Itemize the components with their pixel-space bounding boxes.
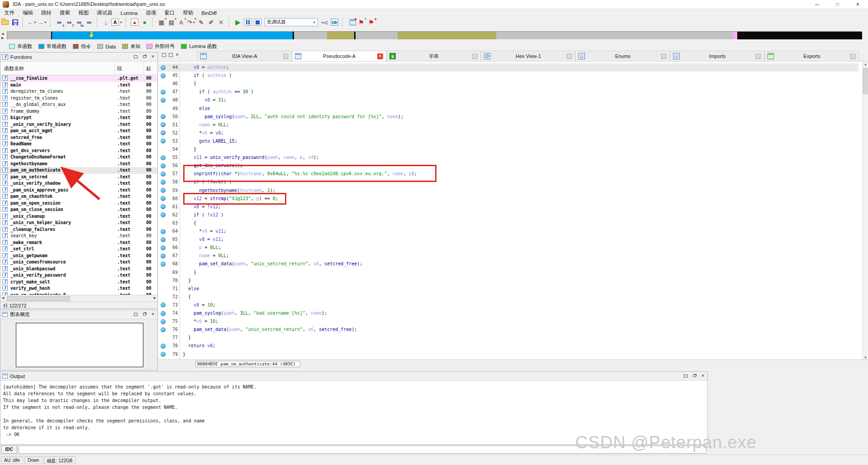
code-line-72[interactable]: 72{ (158, 293, 859, 301)
column-start[interactable]: 起 (146, 65, 151, 72)
maximize-button[interactable]: □ (827, 0, 848, 9)
dock-maximize-button[interactable] (162, 53, 166, 57)
code-line-44[interactable]: 44v8 = authtok; (158, 63, 859, 72)
panel-close-icon[interactable]: ✕ (150, 312, 156, 317)
code-line-51[interactable]: 51name = 0LL; (158, 121, 859, 129)
menu-跳转[interactable]: 跳转 (37, 10, 56, 16)
function-row[interactable]: fget_dns_servers.text00 (0, 148, 157, 154)
create-function-icon[interactable]: ▦+ (157, 18, 166, 27)
minimize-button[interactable]: — (807, 0, 827, 9)
tab-close-icon[interactable]: ✕ (661, 53, 667, 59)
continue-process-icon[interactable]: c▶ (330, 18, 339, 27)
breakpoint-icon[interactable] (161, 172, 166, 177)
tab-enums[interactable]: Enums✕ (575, 51, 670, 61)
function-row[interactable]: fderegister_tm_clones.text00 (0, 88, 157, 95)
patch-icon[interactable]: ✎ (197, 18, 206, 27)
breakpoint-icon[interactable] (161, 254, 166, 259)
code-line-68[interactable]: 68pam_set_data(pamh, "unix_setcred_retur… (158, 260, 859, 268)
breakpoint-icon[interactable] (161, 188, 166, 193)
code-line-79[interactable]: 79} (158, 350, 859, 359)
create-xref-icon[interactable]: ↷+▼ (187, 18, 196, 27)
scroll-up-icon[interactable]: ▲ (863, 62, 868, 66)
code-line-64[interactable]: 64*v6 = v11; (158, 227, 859, 235)
menu-选项[interactable]: 选项 (142, 10, 160, 16)
panel-float-icon[interactable] (142, 312, 147, 317)
edit-icon[interactable]: ✐ (207, 18, 216, 27)
function-row[interactable]: fmain.text00 (0, 82, 157, 89)
menu-窗口[interactable]: 窗口 (160, 10, 179, 16)
function-row[interactable]: fbigcrypt.text00 (0, 115, 157, 121)
debug-stop-icon[interactable] (253, 18, 262, 27)
breakpoint-icon[interactable] (161, 65, 166, 70)
debug-pause-icon[interactable] (243, 18, 252, 27)
code-line-45[interactable]: 45if ( authtok ) (158, 72, 859, 80)
function-row[interactable]: f_unix_run_helper_binary.text00 (0, 220, 157, 226)
analysis-indicator-icon[interactable]: ● (140, 18, 149, 27)
breakpoint-icon[interactable] (161, 180, 166, 185)
open-file-icon[interactable] (0, 18, 9, 27)
code-line-76[interactable]: 76pam_set_data(pamh, "unix_setcred_retur… (158, 326, 859, 334)
function-row[interactable]: f_unix_comesfromsource.text00 (0, 259, 157, 266)
create-data-icon[interactable]: ▤+ (167, 18, 176, 27)
function-row[interactable]: f_make_remark.text00 (0, 240, 157, 246)
code-line-46[interactable]: 46{ (158, 80, 859, 88)
function-row[interactable]: fcrypt_make_salt.text00 (0, 279, 157, 286)
breakpoint-icon[interactable] (161, 212, 166, 217)
panel-maximize-icon[interactable] (133, 54, 138, 59)
code-line-71[interactable]: 71else (158, 285, 859, 293)
tab-hex[interactable]: OHex View-1✕ (481, 51, 575, 61)
navband-segment[interactable] (9, 32, 51, 39)
breakpoint-icon[interactable] (161, 139, 166, 144)
code-vscrollbar[interactable]: ▲ ▼ (862, 62, 868, 360)
code-line-74[interactable]: 74pam_syslog(pamh, 3LL, "bad username [%… (158, 309, 859, 317)
navband-segment[interactable] (52, 32, 293, 39)
attach-process-icon[interactable]: ⌁c (320, 18, 329, 27)
breakpoint-icon[interactable] (161, 229, 166, 234)
scrollbar-thumb[interactable] (863, 68, 868, 94)
graph-overview-content[interactable] (0, 319, 157, 370)
undefine-icon[interactable]: ✕ (217, 18, 226, 27)
function-row[interactable]: fframe_dummy.text00 (0, 108, 157, 115)
navband-right-arrow[interactable]: ▶ (1, 36, 4, 40)
tab-close-icon[interactable]: ✕ (755, 53, 761, 59)
tab-close-icon[interactable]: ✕ (850, 53, 856, 59)
panel-float-icon[interactable] (692, 373, 697, 379)
breakpoint-icon[interactable] (161, 327, 166, 332)
tab-close-icon[interactable]: ✕ (377, 53, 383, 59)
code-line-53[interactable]: 53goto LABEL_15; (158, 137, 859, 145)
tab-close-icon[interactable]: ✕ (472, 53, 478, 59)
code-line-65[interactable]: 65v8 = v11; (158, 235, 859, 244)
menu-BinDiff[interactable]: BinDiff (197, 10, 221, 16)
breakpoint-icon[interactable] (161, 237, 166, 242)
function-row[interactable]: f_unix_getpwnam.text00 (0, 253, 157, 259)
jump-icon[interactable]: ↓ (101, 18, 110, 27)
function-row[interactable]: f_set_ctrl.text00 (0, 246, 157, 253)
breakpoint-icon[interactable] (161, 98, 166, 103)
panel-maximize-icon[interactable] (683, 373, 688, 379)
function-row[interactable]: f_unix_blankpasswd.text00 (0, 266, 157, 273)
tab-exports[interactable]: Exports✕ (764, 51, 859, 61)
code-line-63[interactable]: 63{ (158, 219, 859, 227)
breakpoint-icon[interactable] (161, 196, 166, 201)
function-row[interactable]: fpam_sm_close_session.text00 (0, 206, 157, 213)
column-name[interactable]: 函数名称 (4, 65, 24, 72)
tab-close-icon[interactable]: ✕ (566, 53, 572, 59)
debugger-selector[interactable]: 无调试器▼ (265, 18, 318, 26)
create-name-icon[interactable]: A+ (177, 18, 186, 27)
code-line-55[interactable]: 55v11 = unix_verify_password(pamh, name,… (158, 153, 859, 162)
tab-pseudocode[interactable]: Pseudocode-A✕ (292, 51, 386, 61)
navband-segment[interactable] (294, 32, 327, 39)
add-breakpoint-icon[interactable]: ⚑+ (357, 18, 366, 27)
function-row[interactable]: fverify_pwd_hash.text00 (0, 285, 157, 292)
debug-run-icon[interactable]: ▶ (233, 18, 242, 27)
pseudocode-view[interactable]: 44v8 = authtok;45if ( authtok )46{47if (… (158, 61, 868, 368)
breakpoint-icon[interactable] (161, 73, 166, 78)
search-icon[interactable]: ∞ (85, 18, 94, 27)
code-line-48[interactable]: 48v8 = 31; (158, 96, 859, 104)
scrollbar-thumb[interactable] (7, 296, 70, 301)
breakpoint-icon[interactable] (161, 130, 166, 135)
functions-column-headers[interactable]: 函数名称 段 起 (0, 62, 157, 75)
search-text-icon[interactable]: ∞T (65, 18, 74, 27)
function-row[interactable]: fReadName.text00 (0, 141, 157, 148)
close-button[interactable]: ✕ (848, 0, 868, 9)
